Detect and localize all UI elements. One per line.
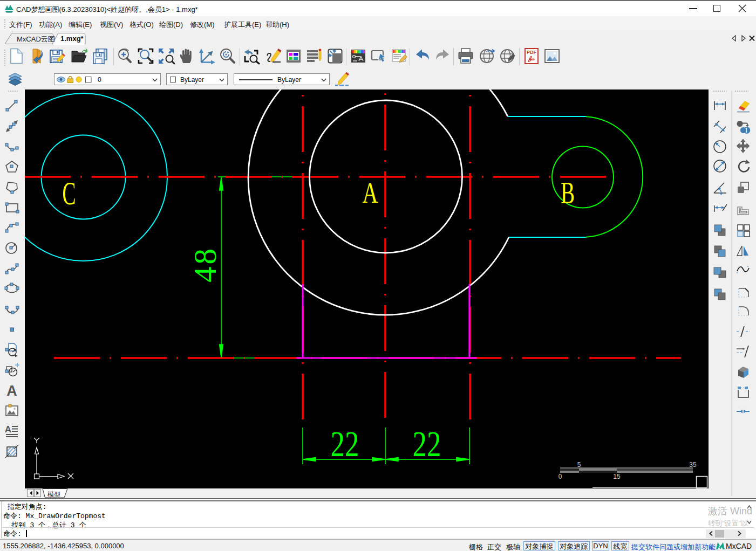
svg-text:48: 48	[187, 246, 223, 283]
svg-text:35: 35	[689, 461, 697, 469]
svg-text:PDF: PDF	[527, 50, 537, 55]
svg-text:A: A	[5, 424, 11, 435]
svg-text:5: 5	[577, 461, 581, 469]
svg-text:0: 0	[559, 473, 562, 480]
svg-text:B: B	[561, 176, 575, 210]
svg-text:22: 22	[331, 423, 359, 464]
svg-text:A: A	[363, 176, 378, 209]
svg-text:15: 15	[613, 473, 621, 480]
svg-text:C: C	[63, 175, 76, 211]
svg-text:22: 22	[413, 423, 441, 464]
svg-text:A: A	[6, 383, 17, 398]
